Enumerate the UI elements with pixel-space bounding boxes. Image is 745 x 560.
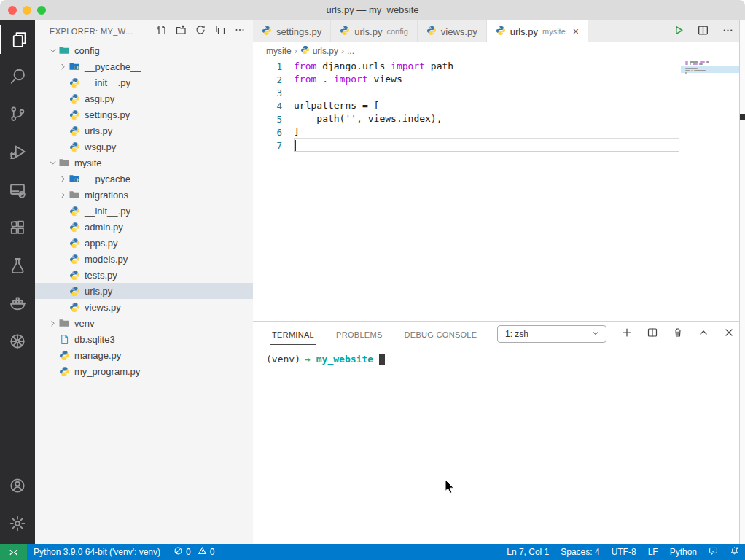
tab-settings-py[interactable]: settings.py (253, 20, 331, 42)
minimap[interactable] (685, 61, 738, 77)
activity-source-control-button[interactable] (0, 96, 35, 134)
refresh-button[interactable] (193, 24, 208, 39)
activity-run-debug-button[interactable] (0, 134, 35, 172)
notifications-button[interactable] (724, 544, 745, 560)
code-line-7: 7 (253, 139, 745, 152)
activity-extensions-button[interactable] (0, 210, 35, 248)
tree-item--pycache-[interactable]: __pycache__ (35, 171, 253, 187)
activity-remote-explorer-button[interactable] (0, 172, 35, 210)
activity-docker-button[interactable] (0, 286, 35, 324)
status-ln-7-col-1[interactable]: Ln 7, Col 1 (501, 544, 555, 560)
tree-item-migrations[interactable]: migrations (35, 187, 253, 203)
python-file-icon (69, 77, 80, 88)
tree-item-wsgi-py[interactable]: wsgi.py (35, 139, 253, 155)
zoom-window-button[interactable] (37, 6, 46, 15)
activity-settings-button[interactable] (0, 506, 35, 544)
breadcrumb-label: mysite (266, 46, 292, 56)
tree-item-models-py[interactable]: models.py (35, 251, 253, 267)
tree-item-urls-py[interactable]: urls.py (35, 122, 253, 139)
breadcrumb-item[interactable]: ... (347, 46, 354, 56)
editor[interactable]: 1from django.urls import path2from . imp… (253, 60, 745, 321)
tree-item--init-py[interactable]: __init__.py (35, 74, 253, 90)
new-file-button[interactable] (154, 24, 168, 39)
tab-views-py[interactable]: views.py (418, 20, 487, 42)
activity-explorer-button[interactable] (0, 20, 35, 58)
status-spaces-4[interactable]: Spaces: 4 (555, 544, 605, 560)
line-number: 6 (253, 127, 294, 138)
tree-item-config[interactable]: config (35, 42, 253, 58)
tree-item-tests-py[interactable]: tests.py (35, 267, 253, 283)
new-folder-button[interactable] (173, 24, 188, 39)
tree-item--init-py[interactable]: __init__.py (35, 203, 253, 219)
status-python[interactable]: Python (664, 544, 703, 560)
run-button[interactable] (671, 24, 685, 39)
kill-terminal-button[interactable] (671, 327, 685, 341)
panel-tab-terminal[interactable]: TERMINAL (270, 324, 316, 345)
collapse-all-button[interactable] (213, 24, 227, 39)
line-number: 1 (253, 61, 294, 72)
more-button[interactable] (720, 24, 735, 39)
python-interpreter-status[interactable]: Python 3.9.0 64-bit ('venv': venv) (27, 544, 167, 560)
tree-item-views-py[interactable]: views.py (35, 299, 253, 315)
python-file-icon (69, 221, 80, 233)
tree-item-apps-py[interactable]: apps.py (35, 235, 253, 251)
terminal-output[interactable]: (venv) → my_website (253, 346, 745, 544)
tab-urls-py-mysite[interactable]: urls.pymysite× (487, 20, 588, 42)
panel-tab-debug-console[interactable]: DEBUG CONSOLE (403, 324, 479, 345)
tree-item-mysite[interactable]: mysite (35, 155, 253, 171)
testing-icon (9, 257, 26, 277)
close-window-button[interactable] (8, 6, 17, 15)
split-editor-button[interactable] (695, 24, 710, 39)
chevron-down-icon (47, 157, 58, 168)
status-utf-8[interactable]: UTF-8 (606, 544, 642, 560)
folder-icon (58, 317, 70, 329)
split-terminal-button[interactable] (645, 327, 660, 341)
breadcrumb-item[interactable]: mysite (266, 46, 292, 56)
activity-testing-button[interactable] (0, 248, 35, 286)
python-file-icon (69, 269, 80, 281)
tweet-feedback-button[interactable] (703, 544, 724, 560)
remote-indicator[interactable] (0, 544, 27, 560)
activity-kubernetes-button[interactable] (0, 324, 35, 362)
new-terminal-button[interactable] (620, 327, 634, 341)
editor-caret (295, 140, 296, 151)
explorer-icon (9, 29, 26, 50)
tree-item-admin-py[interactable]: admin.py (35, 219, 253, 235)
tree-item-label: manage.py (74, 350, 121, 361)
status-lf[interactable]: LF (642, 544, 664, 560)
minimap-line (685, 74, 738, 76)
tree-item-label: wsgi.py (85, 141, 116, 152)
code-line-3: 3 (253, 86, 745, 99)
more-button[interactable] (233, 24, 247, 39)
maximize-panel-button[interactable] (696, 327, 711, 341)
scrollbar-handle[interactable] (740, 114, 745, 120)
tab-urls-py-config[interactable]: urls.pyconfig (331, 20, 418, 42)
code-token: views (368, 74, 402, 85)
tree-item-label: db.sqlite3 (74, 334, 115, 345)
terminal-shell-select[interactable]: 1: zsh (497, 325, 606, 343)
folder-icon (58, 157, 70, 168)
tree-item-label: venv (74, 318, 94, 329)
tree-item-settings-py[interactable]: settings.py (35, 106, 253, 122)
tree-item-label: asgi.py (85, 93, 114, 104)
tree-item-manage-py[interactable]: manage.py (35, 347, 253, 363)
tree-item-asgi-py[interactable]: asgi.py (35, 90, 253, 106)
breadcrumb-item[interactable]: urls.py (300, 45, 338, 57)
tree-item-db-sqlite3[interactable]: db.sqlite3 (35, 331, 253, 347)
tree-item-venv[interactable]: venv (35, 315, 253, 331)
python-file-icon (69, 301, 80, 313)
panel-tab-problems[interactable]: PROBLEMS (335, 324, 384, 345)
tree-item-urls-py[interactable]: urls.py (35, 283, 253, 299)
activity-search-button[interactable] (0, 58, 35, 96)
activity-account-button[interactable] (0, 468, 35, 506)
folder-icon (69, 61, 80, 72)
tree-item-my-program-py[interactable]: my_program.py (35, 363, 253, 379)
close-panel-button[interactable] (722, 327, 736, 341)
minimize-window-button[interactable] (23, 6, 31, 15)
close-tab-icon[interactable]: × (573, 26, 579, 36)
code-token: from (294, 74, 316, 85)
problems-status[interactable]: 0 0 (167, 544, 221, 560)
new-file-icon (155, 24, 167, 39)
folder-icon (69, 173, 80, 184)
tree-item--pycache-[interactable]: __pycache__ (35, 58, 253, 74)
